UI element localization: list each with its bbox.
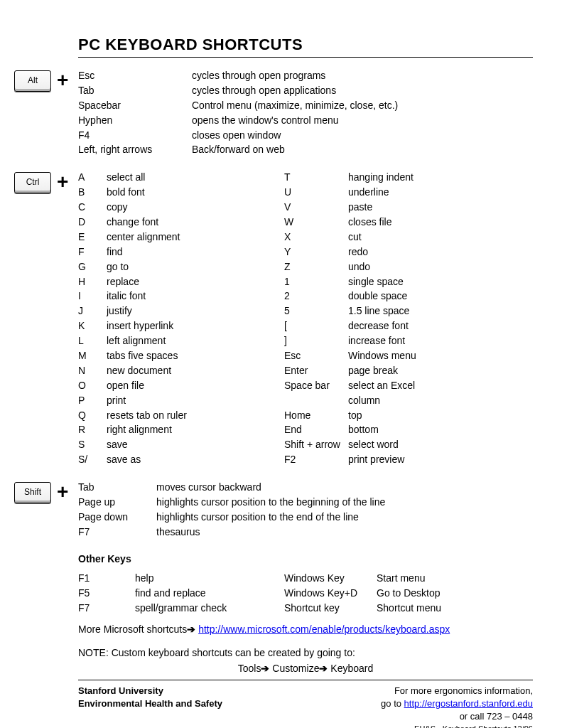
more-shortcuts-link[interactable]: http://www.microsoft.com/enable/products…: [198, 623, 450, 635]
desc-cell: increase font: [348, 334, 533, 349]
desc-cell: left alignment: [107, 334, 284, 349]
key-cell: Tab: [78, 84, 192, 99]
desc-cell: justify: [107, 304, 284, 319]
desc-cell: replace: [107, 275, 284, 290]
table-row: Ggo toZundo: [78, 260, 533, 275]
key-cell: Esc: [284, 349, 348, 364]
footer-right: For more ergonomics information, go to h…: [381, 685, 533, 728]
key-cell: H: [78, 275, 107, 290]
key-cell: Page up: [78, 496, 156, 510]
desc-cell: save: [107, 438, 284, 453]
key-cell: F: [78, 245, 107, 260]
desc-cell: cut: [348, 230, 533, 245]
table-row: F5find and replaceWindows Key+DGo to Des…: [78, 587, 533, 601]
key-cell: Hyphen: [78, 114, 192, 129]
table-row: Qresets tab on rulerHometop: [78, 409, 533, 424]
desc-cell: paste: [348, 200, 533, 215]
table-row: Hyphenopens the window's control menu: [78, 114, 533, 129]
desc-cell: column: [348, 394, 533, 409]
divider: [78, 680, 533, 680]
desc-cell: italic font: [107, 289, 284, 304]
table-row: Page uphighlights cursor position to the…: [78, 496, 533, 510]
plus-icon: +: [57, 172, 68, 192]
desc-cell: save as: [107, 453, 284, 468]
desc-cell: center alignment: [107, 230, 284, 245]
desc-cell: bottom: [348, 423, 533, 438]
table-row: F7thesaurus: [78, 525, 533, 540]
key-cell: [284, 394, 348, 409]
footer-link[interactable]: http://ergostanford.stanford.edu: [404, 698, 533, 709]
more-shortcuts-line: More Microsoft shortcuts➔ http://www.mic…: [78, 623, 533, 637]
footer-call: or call 723 – 0448: [381, 710, 533, 723]
desc-cell: find: [107, 245, 284, 260]
table-row: F7spell/grammar checkShortcut keyShortcu…: [78, 601, 533, 616]
desc-cell: decrease font: [348, 319, 533, 334]
desc-cell: Shortcut menu: [377, 601, 533, 616]
shift-section: Shift + Tabmoves cursor backwardPage uph…: [78, 481, 533, 540]
key-cell: J: [78, 304, 107, 319]
desc-cell: Start menu: [377, 572, 533, 587]
table-row: Jjustify51.5 line space: [78, 304, 533, 319]
key-cell: Spacebar: [78, 99, 192, 114]
key-cell: Z: [284, 260, 348, 275]
desc-cell: Control menu (maximize, minimize, close,…: [192, 99, 533, 114]
desc-cell: print preview: [348, 453, 533, 468]
key-cell: M: [78, 349, 107, 364]
plus-icon: +: [57, 482, 68, 502]
desc-cell: cycles through open programs: [192, 69, 533, 84]
key-cell: F4: [78, 129, 192, 144]
desc-cell: Go to Desktop: [377, 587, 533, 601]
desc-cell: select an Excel: [348, 379, 533, 394]
key-cell: Home: [284, 409, 348, 424]
desc-cell: double space: [348, 289, 533, 304]
key-cell: End: [284, 423, 348, 438]
desc-cell: tabs five spaces: [107, 349, 284, 364]
key-cell: F5: [78, 587, 135, 601]
desc-cell: spell/grammar check: [135, 601, 284, 616]
key-cell: F2: [284, 453, 348, 468]
desc-cell: hanging indent: [348, 171, 533, 186]
alt-keycap: Alt: [14, 70, 51, 92]
key-cell: B: [78, 186, 107, 200]
key-cell: S: [78, 438, 107, 453]
desc-cell: find and replace: [135, 587, 284, 601]
table-row: F4closes open window: [78, 129, 533, 144]
footer-info: For more ergonomics information,: [381, 685, 533, 697]
table-row: SsaveShift + arrowselect word: [78, 438, 533, 453]
table-row: Rright alignmentEndbottom: [78, 423, 533, 438]
key-cell: R: [78, 423, 107, 438]
ctrl-table: Aselect allThanging indentBbold fontUund…: [78, 171, 533, 468]
desc-cell: cycles through open applications: [192, 84, 533, 99]
desc-cell: 1.5 line space: [348, 304, 533, 319]
key-cell: K: [78, 319, 107, 334]
note-path: Tools➔ Customize➔ Keyboard: [78, 663, 533, 674]
desc-cell: select all: [107, 171, 284, 186]
key-cell: Tab: [78, 481, 156, 496]
key-cell: S/: [78, 453, 107, 468]
desc-cell: print: [107, 394, 284, 409]
table-row: Tabmoves cursor backward: [78, 481, 533, 496]
key-cell: F1: [78, 572, 135, 587]
desc-cell: Back/forward on web: [192, 143, 533, 158]
note-keyboard: Keyboard: [330, 663, 373, 674]
key-cell: Y: [284, 245, 348, 260]
table-row: Dchange fontWcloses file: [78, 215, 533, 230]
note-customize: Customize: [272, 663, 319, 674]
key-cell: F7: [78, 525, 156, 540]
arrow-icon: ➔: [261, 663, 269, 674]
key-cell: Windows Key: [284, 572, 377, 587]
desc-cell: insert hyperlink: [107, 319, 284, 334]
desc-cell: closes file: [348, 215, 533, 230]
key-cell: F7: [78, 601, 135, 616]
key-cell: C: [78, 200, 107, 215]
table-row: SpacebarControl menu (maximize, minimize…: [78, 99, 533, 114]
key-cell: W: [284, 215, 348, 230]
table-row: CcopyVpaste: [78, 200, 533, 215]
ctrl-keycap: Ctrl: [14, 172, 51, 193]
table-row: Tabcycles through open applications: [78, 84, 533, 99]
desc-cell: select word: [348, 438, 533, 453]
table-row: Pprintcolumn: [78, 394, 533, 409]
desc-cell: top: [348, 409, 533, 424]
desc-cell: redo: [348, 245, 533, 260]
table-row: Left, right arrowsBack/forward on web: [78, 143, 533, 158]
